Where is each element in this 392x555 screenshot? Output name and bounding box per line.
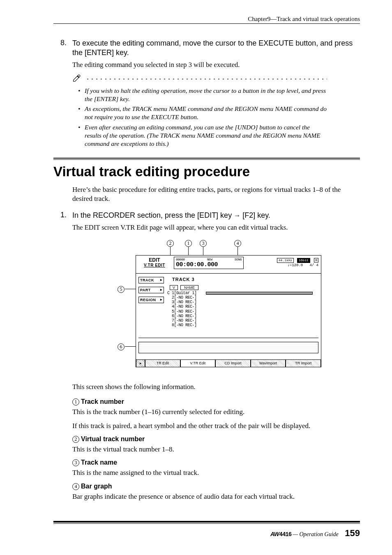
status-bits: 16bit [297, 258, 310, 263]
step-number: 8. [53, 39, 67, 58]
arrow-icon: → [234, 212, 240, 219]
sidebar-track-button[interactable]: TRACK [138, 277, 164, 283]
chapter-title: Chapter9—Track and virtual track operati… [248, 16, 360, 22]
status-tempo: ♩=120.0 [287, 263, 303, 267]
logo-prefix: AW [270, 531, 279, 537]
definition-body: Bar graphs indicate the presence or abse… [72, 492, 360, 501]
pencil-icon [72, 74, 81, 84]
bargraph-row [206, 292, 313, 295]
counter-label: NEW [207, 258, 212, 261]
header-rule [53, 23, 360, 24]
tab-tr-import[interactable]: TR Import [286, 359, 321, 367]
track-label: TRACK 3 [172, 277, 195, 282]
lcd-topbar: EDIT V.TR EDIT 00000 NEW SONG 00:00:00.0… [136, 256, 321, 274]
lcd-title-main: EDIT [138, 257, 171, 263]
product-logo: AW4416 [270, 531, 293, 537]
tab-tr-edit[interactable]: TR Edit [145, 359, 180, 367]
definition-item: 2 Virtual track number [72, 435, 360, 443]
sidebar-region-button[interactable]: REGION [138, 297, 164, 303]
tab-cd-import[interactable]: CD Import [215, 359, 251, 367]
note-block: If you wish to halt the editing operatio… [72, 74, 327, 148]
metronome-icon: M [314, 258, 318, 263]
callout-6: 6 [118, 343, 125, 351]
lcd-title-sub: V.TR EDIT [138, 263, 171, 267]
lcd-title: EDIT V.TR EDIT [138, 257, 171, 267]
callout-2: 2 [167, 240, 174, 247]
definition-body: If this track is paired, a heart symbol … [72, 421, 360, 431]
lcd-status: 44.1kHz 16bit M ♩=120.0 4/ 4 [276, 258, 318, 268]
step-8: 8. To execute the editing command, move … [53, 39, 360, 58]
callout-1: 1 [185, 240, 192, 247]
logo-model: 4416 [279, 531, 292, 538]
step-1: 1. In the RECORDER section, press the [E… [53, 211, 360, 220]
note-item: Even after executing an editing command,… [80, 123, 327, 148]
definition-item: 3 Track name [72, 459, 360, 467]
status-rate: 44.1kHz [277, 258, 294, 263]
definition-body: This is the virtual track number 1–8. [72, 445, 360, 454]
step-text: In the RECORDER section, press the [EDIT… [72, 211, 360, 220]
section-rule [53, 159, 360, 160]
definition-head: Track name [81, 459, 117, 466]
page-footer: AW4416 — Operation Guide 159 [53, 521, 360, 539]
definition-item: 4 Bar graph [72, 483, 360, 491]
col-header-v: V [170, 285, 178, 290]
definition-head: Virtual track number [81, 435, 145, 442]
counter-time: 00:00:00.000 [176, 261, 242, 268]
lcd-tabs: ▸ TR Edit V.TR Edit CD Import WavImport … [136, 359, 321, 367]
circled-number: 4 [72, 483, 79, 490]
tab-vtr-edit[interactable]: V.TR Edit [180, 359, 216, 367]
lcd-sidebar: TRACK PART REGION [138, 277, 164, 306]
sidebar-part-button[interactable]: PART [138, 287, 164, 293]
timeline [138, 342, 318, 353]
definition-head: Track number [81, 398, 124, 405]
step-8-body: The editing command you selected in step… [72, 60, 360, 69]
definition-item: 1 Track number [72, 398, 360, 406]
step-text-prefix: In the RECORDER section, press the [EDIT… [72, 211, 234, 219]
footer-rule [53, 521, 360, 523]
section-intro: Here’s the basic procedure for editing e… [72, 185, 360, 203]
tab-menu-icon[interactable]: ▸ [136, 359, 145, 367]
note-item: As exceptions, the TRACK menu NAME comma… [80, 105, 327, 121]
section-title: Virtual track editing procedure [53, 164, 360, 180]
circled-number: 3 [72, 459, 79, 466]
lcd-figure: 2 1 3 4 5 6 EDIT V.TR EDIT 00000 NEW SON… [53, 240, 360, 372]
note-item: If you wish to halt the editing operatio… [80, 87, 327, 103]
lcd-screen: EDIT V.TR EDIT 00000 NEW SONG 00:00:00.0… [136, 255, 321, 367]
timeline-rule [138, 338, 318, 341]
counter-label: 00000 [176, 258, 185, 261]
tab-wav-import[interactable]: WavImport [251, 359, 286, 367]
section-rule [53, 158, 360, 159]
col-header-name: NAME [180, 285, 198, 290]
callout-5: 5 [118, 286, 125, 293]
counter-label: SONG [235, 258, 242, 261]
circled-number: 1 [72, 398, 79, 405]
circled-number: 2 [72, 436, 79, 443]
step-number: 1. [53, 211, 67, 220]
step-text: To execute the editing command, move the… [72, 39, 360, 58]
definitions-intro: This screen shows the following informat… [72, 382, 360, 391]
bargraph-region [206, 292, 317, 296]
status-sig: 4/ 4 [309, 263, 318, 267]
page-number: 159 [345, 528, 360, 538]
footer-guide-label: — Operation Guide [293, 531, 339, 537]
note-dots [85, 78, 327, 80]
lcd-counter: 00000 NEW SONG 00:00:00.000 [174, 257, 244, 269]
callout-4: 4 [234, 240, 241, 247]
vtrack-list: C 1[Guitar 1] 2[-NO REC-] 3[-NO REC-] 4[… [167, 291, 197, 328]
step-1-body: The EDIT screen V.TR Edit page will appe… [72, 223, 360, 232]
definition-body: This is the name assigned to the virtual… [72, 468, 360, 477]
definition-head: Bar graph [81, 483, 112, 490]
definition-body: This is the track number (1–16) currentl… [72, 408, 360, 417]
running-header: Chapter9—Track and virtual track operati… [53, 16, 360, 25]
step-text-suffix: [F2] key. [240, 211, 270, 219]
footer-rule [53, 523, 360, 524]
callout-3: 3 [200, 240, 207, 247]
